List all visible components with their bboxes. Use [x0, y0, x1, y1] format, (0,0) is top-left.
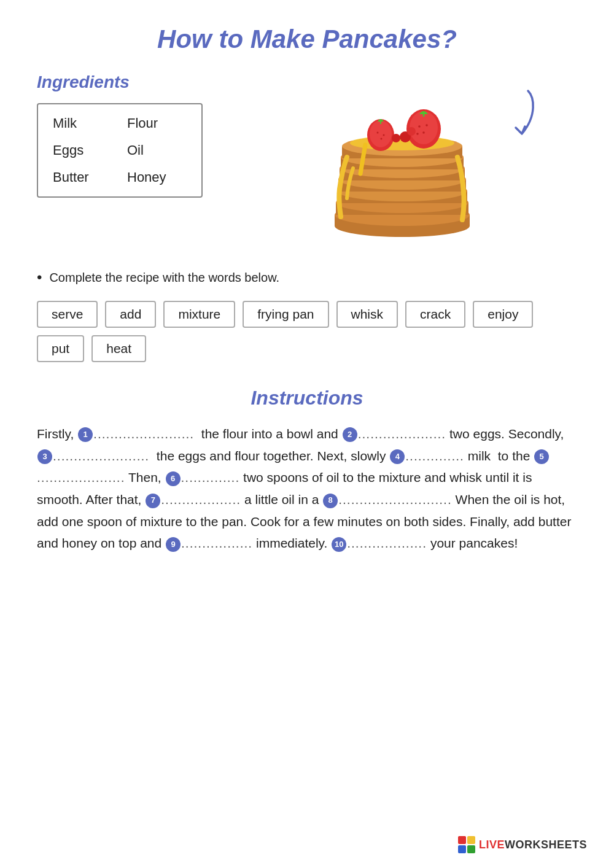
- logo-sq-blue: [458, 845, 466, 853]
- svg-point-20: [381, 138, 383, 140]
- svg-point-28: [407, 127, 416, 136]
- liveworksheets-logo: LIVEWORKSHEETS: [458, 836, 587, 853]
- ingredient-milk: Milk: [53, 115, 103, 131]
- ingredients-box: Milk Flour Eggs Oil Butter Honey: [37, 103, 203, 198]
- svg-point-17: [370, 120, 392, 147]
- badge-3: 3: [37, 449, 52, 464]
- logo-squares: [458, 836, 475, 853]
- badge-10: 10: [332, 537, 346, 552]
- ingredient-honey: Honey: [127, 169, 177, 185]
- ingredients-grid: Milk Flour Eggs Oil Butter Honey: [53, 115, 177, 185]
- word-add: add: [105, 301, 156, 328]
- ingredient-eggs: Eggs: [53, 142, 103, 158]
- pancake-image-area: [227, 103, 577, 244]
- badge-9: 9: [166, 537, 181, 552]
- word-mixture: mixture: [163, 301, 235, 328]
- logo-sq-yellow: [467, 836, 475, 844]
- pancake-illustration: [316, 103, 488, 244]
- word-heat: heat: [91, 335, 146, 362]
- svg-point-18: [377, 132, 379, 134]
- word-bank: serve add mixture frying pan whisk crack…: [37, 301, 577, 362]
- badge-4: 4: [390, 449, 405, 464]
- word-whisk: whisk: [336, 301, 398, 328]
- badge-6: 6: [166, 471, 181, 486]
- badge-5: 5: [534, 449, 549, 464]
- word-serve: serve: [37, 301, 98, 328]
- word-crack: crack: [405, 301, 465, 328]
- ingredient-butter: Butter: [53, 169, 103, 185]
- ingredient-oil: Oil: [127, 142, 177, 158]
- ingredient-flour: Flour: [127, 115, 177, 131]
- page-title: How to Make Pancakes?: [37, 25, 577, 54]
- logo-text: LIVEWORKSHEETS: [479, 839, 587, 851]
- word-enjoy: enjoy: [473, 301, 533, 328]
- badge-1: 1: [78, 427, 93, 442]
- svg-point-29: [392, 134, 400, 142]
- svg-point-25: [422, 131, 425, 134]
- bullet-dot: •: [37, 269, 42, 286]
- svg-point-23: [418, 125, 421, 128]
- word-fryingpan: frying pan: [243, 301, 328, 328]
- logo-sq-red: [458, 836, 466, 844]
- instructions-body: Firstly, 1........................ the f…: [37, 423, 577, 554]
- badge-2: 2: [343, 427, 357, 442]
- arrow-icon: [485, 85, 540, 158]
- instructions-title: Instructions: [37, 387, 577, 409]
- svg-point-26: [416, 133, 419, 135]
- bullet-instruction: • Complete the recipe with the words bel…: [37, 269, 577, 286]
- logo-sq-green: [467, 845, 475, 853]
- badge-7: 7: [146, 494, 160, 508]
- ingredients-row: Milk Flour Eggs Oil Butter Honey: [37, 103, 577, 244]
- word-put: put: [37, 335, 84, 362]
- svg-point-19: [383, 134, 385, 136]
- badge-8: 8: [323, 494, 338, 508]
- svg-point-24: [426, 124, 428, 126]
